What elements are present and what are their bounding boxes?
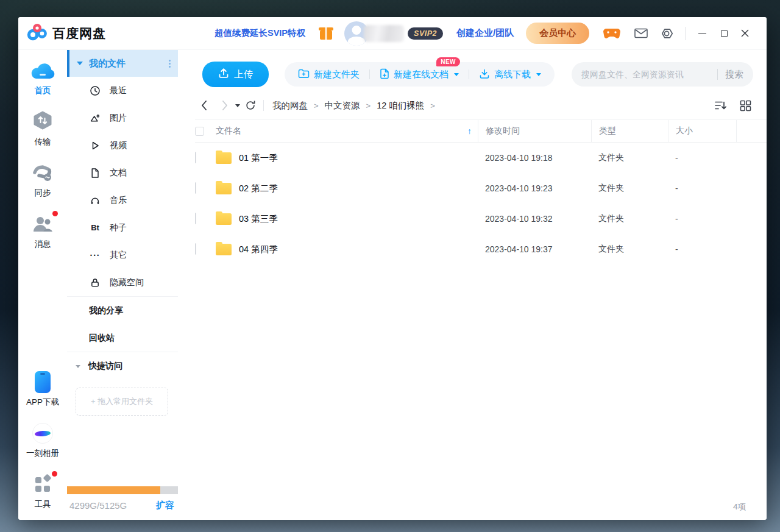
ellipsis-icon: ··· [89,250,101,260]
rail-item-home[interactable]: 首页 [29,59,56,96]
app-title: 百度网盘 [52,25,106,42]
search-box[interactable]: 搜索 [572,62,753,87]
rail-item-tools[interactable]: 工具 [32,472,53,510]
breadcrumb-separator: > [366,101,371,110]
titlebar: 百度网盘 超值续费延长SVIP特权 SVIP2 创建企业/团队 会员中心 [18,17,767,50]
rail-label: 首页 [35,85,51,96]
nav-label: 回收站 [89,333,115,344]
gift-icon[interactable] [320,30,332,40]
settings-icon[interactable] [660,27,673,40]
nav-label: 视频 [110,140,127,151]
new-folder-button[interactable]: 新建文件夹 [288,62,369,87]
svip-level-badge[interactable]: SVIP2 [408,27,443,40]
nav-item-quick-access[interactable]: 快捷访问 [67,352,178,380]
rail-item-transfer[interactable]: 传输 [32,110,53,147]
toolbar: 上传 新建文件夹 NEW 新建在线文档 [178,50,767,91]
upload-button[interactable]: 上传 [202,62,269,87]
nav-item-videos[interactable]: 视频 [67,132,178,159]
drop-hint-label: + 拖入常用文件夹 [91,396,153,407]
close-button[interactable] [739,27,751,40]
username-blurred [364,25,404,42]
nav-item-pictures[interactable]: 图片 [67,104,178,132]
nav-item-torrents[interactable]: Bt 种子 [67,214,178,241]
new-folder-label: 新建文件夹 [314,69,360,80]
create-team-link[interactable]: 创建企业/团队 [456,27,514,39]
row-checkbox[interactable] [195,152,196,163]
rail-item-sync[interactable]: 同步 [31,161,54,199]
search-button[interactable]: 搜索 [725,69,743,80]
offline-download-button[interactable]: 离线下载 [469,62,551,87]
file-name[interactable]: 02 第二季 [239,183,278,194]
breadcrumb: 我的网盘 > 中文资源 > 12 咱们裸熊 > [272,100,435,112]
nav-item-documents[interactable]: 文档 [67,159,178,186]
column-header-name[interactable]: 文件名 [216,126,241,137]
member-center-button[interactable]: 会员中心 [526,23,589,44]
nav-item-music[interactable]: 音乐 [67,186,178,214]
collapse-arrow-icon[interactable] [77,62,83,65]
new-folder-icon [298,69,310,80]
modified-time: 2023-04-10 19:23 [478,183,591,193]
rail-label: 一刻相册 [26,448,59,459]
collapse-arrow-icon[interactable] [76,365,80,368]
svip-promo-link[interactable]: 超值续费延长SVIP特权 [214,27,305,39]
row-checkbox[interactable] [195,182,196,194]
new-online-doc-button[interactable]: NEW 新建在线文档 [370,62,469,87]
rail-item-messages[interactable]: 消息 [32,212,54,250]
mail-icon[interactable] [634,28,648,38]
rail-label: 传输 [35,137,51,147]
breadcrumb-bar: 我的网盘 > 中文资源 > 12 咱们裸熊 > [178,91,767,119]
table-row[interactable]: 02 第二季 2023-04-10 19:23 文件夹 - [195,173,767,204]
file-type: 文件夹 [591,244,668,255]
rail-item-app-download[interactable]: APP下载 [26,370,59,408]
nav-item-my-shares[interactable]: 我的分享 [67,297,178,324]
row-checkbox[interactable] [195,213,196,224]
nav-item-recent[interactable]: 最近 [67,77,178,104]
more-options-icon[interactable] [168,59,172,69]
file-name[interactable]: 03 第三季 [239,213,278,225]
back-button[interactable] [197,99,211,112]
app-download-icon [35,370,51,394]
divider [717,69,718,80]
table-row[interactable]: 01 第一季 2023-04-10 19:18 文件夹 - [195,143,767,173]
column-header-modified[interactable]: 修改时间 [478,120,591,142]
select-all-checkbox[interactable] [195,127,204,136]
quick-access-drop-zone[interactable]: + 拖入常用文件夹 [76,388,168,416]
search-input[interactable] [581,69,710,79]
expand-storage-link[interactable]: 扩容 [156,500,174,511]
folder-icon [216,213,232,225]
nav-label: 文档 [110,168,127,179]
nav-item-others[interactable]: ··· 其它 [67,241,178,269]
forward-button[interactable] [218,99,232,112]
grid-view-icon[interactable] [739,99,752,112]
maximize-button[interactable] [718,27,730,40]
tools-icon [32,472,53,497]
file-name[interactable]: 04 第四季 [239,244,278,255]
sort-ascending-icon[interactable]: ↑ [467,126,472,136]
headphones-icon [89,195,101,206]
table-row[interactable]: 04 第四季 2023-04-10 19:37 文件夹 - [195,234,767,264]
column-header-type[interactable]: 类型 [591,120,668,142]
rail-item-photo-album[interactable]: 一刻相册 [26,421,59,459]
nav-label: 种子 [110,222,127,233]
minimize-button[interactable] [696,27,708,40]
app-logo: 百度网盘 [27,23,106,44]
nav-item-recycle-bin[interactable]: 回收站 [67,324,178,352]
nav-item-hidden-space[interactable]: 隐藏空间 [67,269,178,296]
bt-icon: Bt [89,223,101,232]
breadcrumb-item-current[interactable]: 12 咱们裸熊 [377,100,424,112]
nav-item-my-files[interactable]: 我的文件 [67,50,178,77]
history-dropdown-icon[interactable] [235,104,240,107]
column-header-size[interactable]: 大小 [668,120,736,142]
notification-dot [52,471,57,477]
game-center-icon[interactable] [603,27,621,40]
breadcrumb-item[interactable]: 我的网盘 [272,100,308,112]
row-checkbox[interactable] [195,243,196,255]
nav-label: 隐藏空间 [110,277,144,288]
upload-icon [218,68,229,81]
sort-order-icon[interactable] [714,99,728,112]
breadcrumb-item[interactable]: 中文资源 [325,100,360,112]
rail-label: APP下载 [26,397,59,408]
table-row[interactable]: 03 第三季 2023-04-10 19:32 文件夹 - [195,204,767,234]
refresh-button[interactable] [244,99,257,112]
file-name[interactable]: 01 第一季 [239,152,278,164]
